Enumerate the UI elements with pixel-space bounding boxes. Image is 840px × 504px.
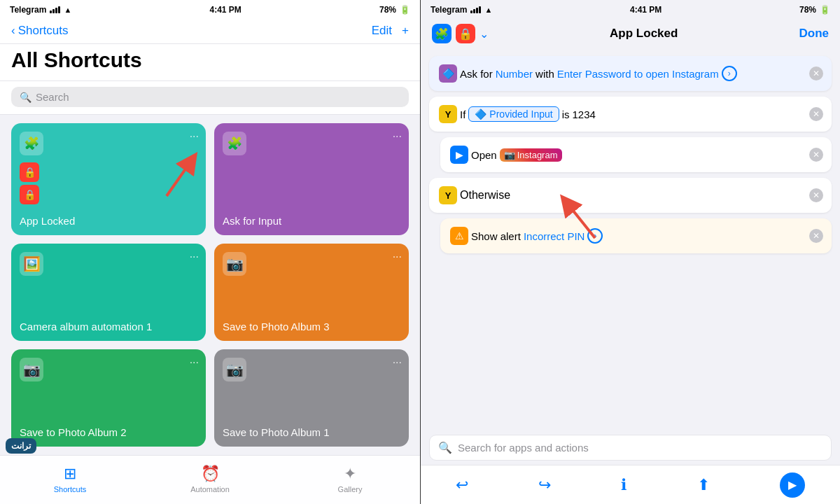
close-if-action[interactable]: ✕ <box>809 107 823 121</box>
icon-app-locked: 🧩 <box>20 132 43 155</box>
search-bar: 🔍 Search <box>0 81 420 115</box>
alert-expand-button[interactable]: › <box>587 228 603 244</box>
back-button[interactable]: ‹ Shortcuts <box>11 24 68 38</box>
more-icon-camera[interactable]: ··· <box>190 251 199 263</box>
close-open-action[interactable]: ✕ <box>809 148 823 162</box>
more-icon-ask-input[interactable]: ··· <box>393 130 402 143</box>
redo-button[interactable]: ↪ <box>538 476 551 494</box>
ask-password-text: Enter Password to open Instagram <box>557 68 719 80</box>
more-icon-photo3[interactable]: ··· <box>393 251 402 263</box>
icon-photo1: 📷 <box>223 358 246 382</box>
shortcuts-tab-icon: ⊞ <box>64 465 76 483</box>
is-text: is <box>562 108 570 120</box>
instagram-chip: 📷 Instagram <box>500 148 562 162</box>
more-icon-photo1[interactable]: ··· <box>393 356 402 369</box>
share-button[interactable]: ⬆ <box>697 476 710 494</box>
left-phone: Telegram ▲ 4:41 PM 78% 🔋 ‹ Shortcuts Edi… <box>0 0 420 504</box>
lock-icon-2: 🔒 <box>20 185 39 204</box>
instagram-icon: 📷 <box>504 150 515 160</box>
app-locked-icon: 🔒 <box>456 24 475 43</box>
search-actions-bar[interactable]: 🔍 Search for apps and actions <box>429 435 832 461</box>
status-left-right: Telegram ▲ <box>430 5 492 15</box>
time-right: 4:41 PM <box>630 5 662 15</box>
status-bar-right: Telegram ▲ 4:41 PM 78% 🔋 <box>421 0 840 20</box>
close-alert-action[interactable]: ✕ <box>809 229 823 243</box>
action-show-alert[interactable]: ⚠ Show alert Incorrect PIN › ✕ <box>440 218 832 253</box>
instagram-label: Instagram <box>517 150 558 160</box>
tab-automation[interactable]: ⏰ Automation <box>140 465 280 493</box>
tab-shortcuts[interactable]: ⊞ Shortcuts <box>0 465 140 493</box>
tab-bar-left: ⊞ Shortcuts ⏰ Automation ✦ Gallery <box>0 455 420 504</box>
icon-photo3: 📷 <box>223 252 246 276</box>
carrier-left: Telegram <box>10 5 46 15</box>
wifi-icon-right: ▲ <box>484 6 492 14</box>
rbar3 <box>476 8 478 13</box>
card-label-ask-input: Ask for Input <box>223 215 400 227</box>
battery-pct-left: 78% <box>379 5 396 15</box>
status-right-left: 78% 🔋 <box>379 5 410 15</box>
automation-tab-label: Automation <box>190 485 230 493</box>
search-placeholder: Search <box>36 91 69 103</box>
open-text: Open <box>471 149 497 161</box>
time-left: 4:41 PM <box>209 5 241 15</box>
shortcut-photo-2[interactable]: ··· 📷 Save to Photo Album 2 <box>11 349 206 447</box>
search-icon: 🔍 <box>20 92 31 103</box>
info-button[interactable]: ℹ <box>621 476 626 494</box>
close-otherwise-action[interactable]: ✕ <box>809 188 823 202</box>
watermark-text: ترانت <box>11 441 31 451</box>
bottom-toolbar: ↩ ↪ ℹ ⬆ ▶ <box>421 465 840 504</box>
card-label-camera: Camera album automation 1 <box>20 321 197 332</box>
rbar1 <box>470 10 472 13</box>
battery-pct-right: 78% <box>799 5 816 15</box>
nav-title-right: App Locked <box>610 27 678 41</box>
provided-input-label: Provided Input <box>489 108 552 120</box>
provided-input-chip[interactable]: 🔷 Provided Input <box>468 106 559 122</box>
ask-text2: with <box>536 68 554 80</box>
card-label-photo1: Save to Photo Album 1 <box>223 426 400 438</box>
card-label-app-locked: App Locked <box>20 215 197 227</box>
signal-bars-right <box>470 6 481 13</box>
chevron-left-icon: ‹ <box>11 24 15 38</box>
action-icon-ask: 🔷 <box>439 64 457 83</box>
rbar4 <box>479 6 481 13</box>
shortcut-photo-1[interactable]: ··· 📷 Save to Photo Album 1 <box>214 349 409 447</box>
shortcuts-grid: ··· 🧩 🔒 🔒 App Locked ··· 🧩 Ask for Input… <box>0 115 420 455</box>
bar3 <box>55 8 57 13</box>
nav-bar-left: ‹ Shortcuts Edit + <box>0 20 420 44</box>
add-button[interactable]: + <box>402 24 409 38</box>
action-open-instagram[interactable]: ▶ Open 📷 Instagram ✕ <box>440 137 832 172</box>
bar4 <box>58 6 60 13</box>
search-input-wrap[interactable]: 🔍 Search <box>11 87 409 107</box>
search-actions-icon: 🔍 <box>438 441 452 454</box>
status-bar-left: Telegram ▲ 4:41 PM 78% 🔋 <box>0 0 420 20</box>
chevron-down-icon[interactable]: ⌄ <box>479 27 489 41</box>
shortcuts-app-icon: 🧩 <box>432 24 451 43</box>
bar1 <box>50 10 52 13</box>
close-ask-action[interactable]: ✕ <box>809 66 823 80</box>
tab-gallery[interactable]: ✦ Gallery <box>280 465 420 493</box>
action-icon-if: Y <box>439 105 457 123</box>
action-open-row: ▶ Open 📷 Instagram <box>450 146 822 164</box>
action-if[interactable]: Y If 🔷 Provided Input is 1234 ✕ <box>429 97 832 132</box>
battery-icon-right: 🔋 <box>820 5 830 15</box>
if-value: 1234 <box>572 108 595 120</box>
more-icon-photo2[interactable]: ··· <box>190 356 199 369</box>
actions-list: 🔷 Ask for Number with Enter Password to … <box>421 49 840 435</box>
shortcut-app-locked[interactable]: ··· 🧩 🔒 🔒 App Locked <box>11 123 206 235</box>
action-otherwise[interactable]: Y Otherwise ✕ <box>429 178 832 213</box>
play-button[interactable]: ▶ <box>780 472 805 498</box>
icon-ask-input: 🧩 <box>223 132 246 155</box>
shortcut-camera-album[interactable]: ··· 🖼️ Camera album automation 1 <box>11 244 206 341</box>
gallery-tab-icon: ✦ <box>344 465 356 483</box>
more-icon-app-locked[interactable]: ··· <box>190 130 199 143</box>
done-button[interactable]: Done <box>799 27 829 41</box>
shortcut-photo-3[interactable]: ··· 📷 Save to Photo Album 3 <box>214 244 409 341</box>
undo-button[interactable]: ↩ <box>456 476 468 494</box>
bar2 <box>52 9 55 13</box>
shortcut-ask-input[interactable]: ··· 🧩 Ask for Input <box>214 123 409 235</box>
action-ask-number[interactable]: 🔷 Ask for Number with Enter Password to … <box>429 56 832 91</box>
automation-tab-icon: ⏰ <box>201 465 220 483</box>
edit-button[interactable]: Edit <box>372 24 392 38</box>
ask-expand-button[interactable]: › <box>722 66 737 81</box>
right-phone: Telegram ▲ 4:41 PM 78% 🔋 🧩 🔒 ⌄ App Locke… <box>420 0 840 504</box>
